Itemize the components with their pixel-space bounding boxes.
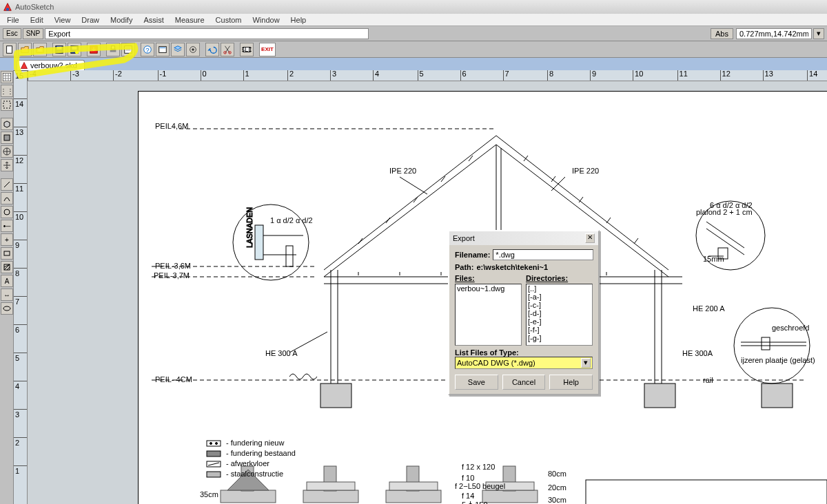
canvas-area[interactable]: 151413 121110 987 654 321 -4-3-2 -101 23… [14,70,827,504]
list-item[interactable]: [-c-] [527,301,592,309]
view3d-icon[interactable] [1,118,13,130]
svg-rect-12 [111,45,114,48]
cross-icon[interactable]: + [1,233,13,246]
list-item[interactable]: [-d-] [527,309,592,317]
app-title: AutoSketch [15,3,54,11]
import-icon[interactable] [87,43,101,56]
exit-button[interactable]: EXIT [259,43,276,56]
new-file-icon[interactable] [3,43,17,56]
document-tab-label: verbouw2.skd [30,61,77,70]
move-icon[interactable] [1,159,13,171]
cancel-button[interactable]: Cancel [502,375,546,390]
text-icon[interactable]: A [1,275,13,287]
line-icon[interactable] [1,178,13,191]
print-preview-icon[interactable] [121,43,135,56]
open-template-icon[interactable] [33,43,47,56]
document-tab[interactable]: verbouw2.skd [17,60,85,70]
files-label: Files: [455,274,522,282]
svg-rect-25 [3,73,11,81]
list-item[interactable]: [-a-] [527,293,592,301]
command-bar: Esc SNP Abs ▾ [0,26,827,41]
layers-icon[interactable] [171,43,185,56]
help-icon[interactable]: ? [141,43,154,56]
svg-rect-5 [57,46,62,49]
ruler-vertical: 151413 121110 987 654 321 [14,70,28,504]
menu-window[interactable]: Window [247,14,285,25]
main-toolbar: ? SLD EXIT [0,41,827,58]
filename-label: Filename: [455,251,490,259]
close-icon[interactable]: ✕ [585,233,595,243]
arc-icon[interactable] [1,192,13,204]
list-item[interactable]: [-g-] [527,334,592,342]
coordinates-display[interactable] [736,28,812,39]
open-file-icon[interactable] [18,43,32,56]
dimension-icon[interactable]: ↔ [1,288,13,301]
point-icon[interactable]: •─ [1,220,13,232]
globe-icon[interactable] [1,145,13,158]
about-icon[interactable] [156,43,170,56]
slide-icon[interactable]: SLD [240,43,254,56]
file-type-combo[interactable]: AutoCAD DWG (*.dwg) ▾ [455,357,593,369]
svg-point-20 [224,51,227,54]
file-type-label: List Files of Type: [455,348,519,357]
doc-icon [20,61,28,70]
menu-bar: File Edit View Draw Modify Assist Measur… [0,14,827,26]
svg-rect-14 [126,47,131,50]
svg-line-29 [4,182,10,187]
svg-rect-26 [3,101,10,108]
save-button[interactable]: Save [455,375,498,390]
svg-text:?: ? [145,45,149,53]
menu-modify[interactable]: Modify [105,14,138,25]
snap-button[interactable]: SNP [23,28,44,39]
svg-rect-27 [4,135,10,140]
help-button[interactable]: Help [549,375,593,390]
list-item[interactable]: [-f-] [527,326,592,334]
directories-listbox[interactable]: [..] [-a-] [-c-] [-d-] [-e-] [-f-] [-g-] [526,284,593,346]
menu-assist[interactable]: Assist [138,14,169,25]
menu-draw[interactable]: Draw [76,14,105,25]
select-icon[interactable] [1,98,13,111]
settings-icon[interactable] [186,43,200,56]
menu-view[interactable]: View [49,14,76,25]
esc-button[interactable]: Esc [3,28,21,39]
rect-icon[interactable] [1,247,13,260]
menu-custom[interactable]: Custom [210,14,247,25]
list-item[interactable]: [-e-] [527,317,592,326]
filename-input[interactable] [493,249,593,260]
svg-rect-3 [38,49,41,52]
export-dialog: Export ✕ Filename: Path: e:\wsketch\teke… [448,230,600,395]
list-item[interactable]: verbou~1.dwg [456,284,521,293]
command-input[interactable] [45,28,369,39]
files-listbox[interactable]: verbou~1.dwg [455,284,522,346]
menu-help[interactable]: Help [285,14,312,25]
svg-point-21 [229,51,232,54]
ellipse-icon[interactable] [1,302,13,315]
chevron-down-icon[interactable]: ▾ [581,358,591,368]
hatch-icon[interactable] [1,261,13,273]
directories-label: Directories: [526,274,593,282]
menu-measure[interactable]: Measure [170,14,210,25]
svg-point-19 [192,48,194,51]
abs-mode-button[interactable]: Abs [711,28,733,39]
file-type-value: AutoCAD DWG (*.dwg) [457,359,535,367]
circle-icon[interactable] [1,206,13,218]
dialog-titlebar[interactable]: Export ✕ [449,231,598,245]
svg-marker-24 [21,63,28,69]
cube-icon[interactable] [1,132,13,144]
save-as-icon[interactable] [68,43,81,56]
print-icon[interactable] [106,43,120,56]
svg-point-33 [3,306,10,311]
svg-rect-8 [72,46,77,49]
ruler-horizontal: -4-3-2 -101 234 567 8910 111213 14 [28,70,827,81]
menu-edit[interactable]: Edit [25,14,49,25]
menu-file[interactable]: File [1,14,25,25]
list-item[interactable]: [..] [527,284,592,293]
coord-dropdown-button[interactable]: ▾ [813,28,824,39]
grid-icon[interactable] [1,71,13,83]
save-icon[interactable] [52,43,66,56]
undo-icon[interactable] [205,43,219,56]
grid-dot-icon[interactable]: ⋮⋮ [1,85,13,97]
svg-rect-31 [4,251,10,255]
path-value: e:\wsketch\tekeni~1 [477,263,549,271]
cut-icon[interactable] [221,43,234,56]
